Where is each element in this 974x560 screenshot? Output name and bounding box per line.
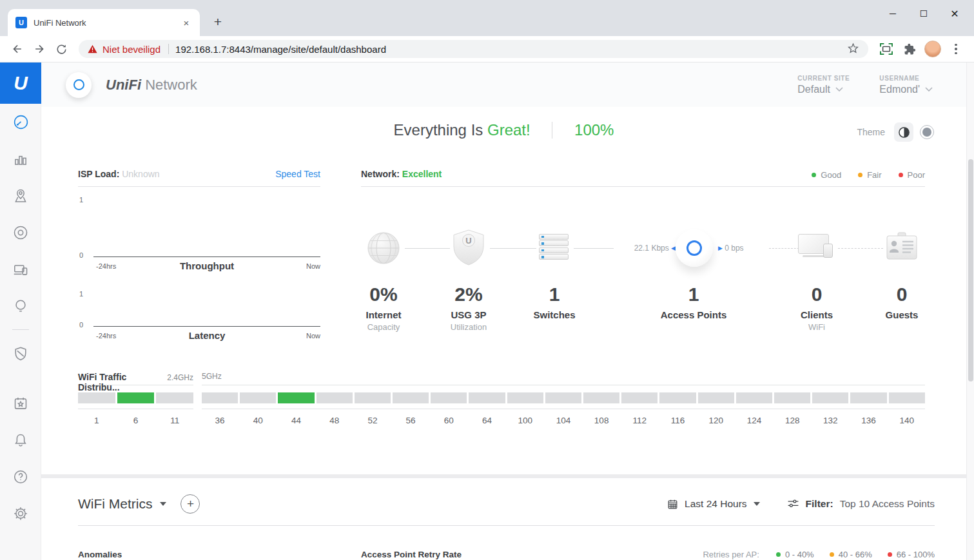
clients-screen-icon[interactable] [798, 234, 833, 257]
bookmark-star-icon[interactable] [847, 42, 859, 57]
svg-text:U: U [465, 236, 471, 246]
usg-shield-icon[interactable]: U [451, 229, 486, 269]
internet-globe-icon[interactable] [367, 231, 400, 267]
access-point-icon[interactable] [676, 229, 713, 267]
reload-icon[interactable] [50, 38, 72, 60]
toolbar-extensions [875, 38, 968, 60]
filter-label: Filter: [806, 498, 833, 510]
band-divider [202, 385, 925, 385]
band-divider [78, 409, 193, 409]
back-icon[interactable] [6, 38, 28, 60]
forward-icon[interactable] [28, 38, 50, 60]
channel-label: 52 [355, 416, 391, 425]
switch-stack-icon[interactable] [539, 233, 569, 261]
y-min-label: 0 [79, 251, 83, 259]
speed-test-link[interactable]: Speed Test [275, 169, 320, 179]
channel-label: 108 [583, 416, 619, 425]
light-theme-button[interactable] [894, 122, 913, 142]
maximize-icon[interactable]: ☐ [908, 3, 939, 24]
new-tab-button[interactable]: + [209, 13, 227, 31]
menu-dots-icon[interactable] [944, 38, 968, 60]
sidebar-item-help[interactable] [0, 458, 41, 495]
profile-avatar[interactable] [921, 38, 944, 60]
avatar [924, 41, 941, 57]
stat-internet: 0%InternetCapacity [338, 284, 429, 332]
dark-theme-button[interactable] [920, 125, 934, 139]
security-warning[interactable]: Niet beveiligd [102, 44, 161, 55]
channel-cell-124 [736, 392, 772, 403]
legend-dot [858, 173, 862, 177]
alerts-bell-icon [12, 432, 29, 449]
sidebar-item-dashboard[interactable] [0, 104, 41, 140]
browser-tab[interactable]: U UniFi Network × [8, 9, 200, 36]
chart-title: Throughput [93, 260, 320, 271]
sidebar-item-insights[interactable] [0, 287, 41, 324]
stat-switches: 1Switches [509, 284, 599, 322]
channel-label: 140 [889, 416, 925, 425]
network-title: Network: [361, 169, 400, 179]
y-max-label: 1 [79, 196, 83, 204]
status-percent: 100% [574, 121, 614, 139]
channel-label: 1 [78, 416, 115, 425]
sidebar-item-devices[interactable] [0, 214, 41, 251]
retry-legend: Retries per AP: 0 - 40%40 - 66%66 - 100% [703, 550, 935, 559]
channel-label: 124 [736, 416, 772, 425]
time-range-dropdown[interactable]: Last 24 Hours [667, 498, 760, 510]
link-line-dashed [838, 248, 883, 249]
wifi-metrics-dropdown[interactable]: WiFi Metrics [78, 496, 166, 512]
unifi-logo[interactable]: U [0, 63, 41, 104]
warning-triangle-icon [88, 44, 97, 53]
channel-label: 60 [431, 416, 467, 425]
sidebar-item-events[interactable] [0, 385, 41, 421]
extensions-puzzle-icon[interactable] [898, 38, 921, 60]
add-metric-button[interactable]: + [180, 494, 200, 514]
sidebar-item-map[interactable] [0, 177, 41, 214]
channel-cell-11 [156, 392, 193, 403]
sidebar-item-alerts[interactable] [0, 421, 41, 458]
channel-label: 44 [278, 416, 314, 425]
channel-cell-136 [850, 392, 886, 403]
tab-close-icon[interactable]: × [180, 17, 192, 28]
url-text[interactable]: 192.168.1.7:8443/manage/site/default/das… [175, 44, 386, 55]
filter-sliders-icon [787, 499, 799, 509]
minimize-icon[interactable]: ─ [877, 3, 908, 24]
isp-load-panel: ISP Load: Unknown Speed Test 1 0 -24hrs … [78, 169, 320, 361]
isp-title: ISP Load: [78, 169, 119, 179]
close-icon[interactable]: ✕ [939, 3, 970, 24]
chevron-down-icon [925, 87, 933, 92]
page-scrollbar[interactable] [966, 63, 974, 560]
sidebar-item-clients[interactable] [0, 251, 41, 287]
stat-access-points: 1Access Points [648, 284, 739, 322]
legend-item: Fair [858, 170, 881, 180]
channel-cell-6 [117, 392, 155, 403]
channels-5ghz [202, 392, 925, 403]
legend-item: 40 - 66% [830, 550, 872, 559]
wifi-metrics-header: WiFi Metrics + Last 24 Hours [78, 490, 935, 518]
client-rate-label: ▶ 0 bps [718, 244, 767, 253]
sidebar-item-statistics[interactable] [0, 140, 41, 177]
half-moon-icon [898, 126, 910, 139]
channel-label: 100 [507, 416, 543, 425]
sidebar-item-settings[interactable] [0, 495, 41, 532]
url-divider [168, 44, 169, 54]
scrollbar-thumb[interactable] [968, 159, 973, 381]
username-dropdown[interactable]: USERNAME Edmond' [879, 75, 933, 95]
insights-bulb-icon [12, 298, 29, 314]
y-max-label: 1 [79, 290, 83, 298]
guests-badge-icon[interactable] [885, 231, 919, 265]
filter-control[interactable]: Filter: Top 10 Access Points [787, 498, 935, 510]
clients-devices-icon [12, 261, 29, 278]
address-bar[interactable]: Niet beveiligd 192.168.1.7:8443/manage/s… [79, 40, 868, 58]
screenshot-icon[interactable] [875, 38, 898, 60]
sidebar-item-threat-management[interactable] [0, 335, 41, 372]
channel-label: 48 [317, 416, 353, 425]
current-site-dropdown[interactable]: CURRENT SITE Default [797, 75, 850, 95]
band-5ghz-label: 5GHz [202, 372, 222, 381]
channel-label: 120 [698, 416, 734, 425]
legend-item: Poor [899, 170, 925, 180]
channel-cell-116 [659, 392, 696, 403]
isp-value: Unknown [122, 169, 159, 179]
left-arrow-icon: ◀ [671, 245, 676, 251]
channel-label: 36 [202, 416, 238, 425]
threat-shield-icon [12, 345, 29, 362]
